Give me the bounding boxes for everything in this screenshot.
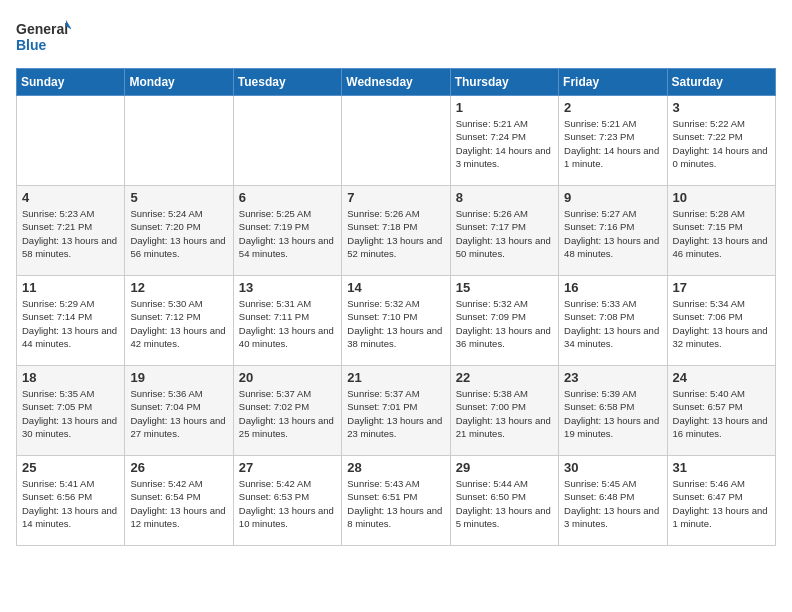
sunset: Sunset: 6:47 PM — [673, 491, 743, 502]
sunset: Sunset: 7:10 PM — [347, 311, 417, 322]
sunrise: Sunrise: 5:32 AM — [456, 298, 528, 309]
day-cell: 6 Sunrise: 5:25 AM Sunset: 7:19 PM Dayli… — [233, 186, 341, 276]
sunrise: Sunrise: 5:41 AM — [22, 478, 94, 489]
day-info: Sunrise: 5:24 AM Sunset: 7:20 PM Dayligh… — [130, 207, 227, 260]
day-number: 17 — [673, 280, 770, 295]
sunrise: Sunrise: 5:33 AM — [564, 298, 636, 309]
sunrise: Sunrise: 5:37 AM — [239, 388, 311, 399]
day-info: Sunrise: 5:33 AM Sunset: 7:08 PM Dayligh… — [564, 297, 661, 350]
sunrise: Sunrise: 5:27 AM — [564, 208, 636, 219]
day-cell: 30 Sunrise: 5:45 AM Sunset: 6:48 PM Dayl… — [559, 456, 667, 546]
sunrise: Sunrise: 5:36 AM — [130, 388, 202, 399]
day-number: 18 — [22, 370, 119, 385]
sunset: Sunset: 7:01 PM — [347, 401, 417, 412]
sunrise: Sunrise: 5:34 AM — [673, 298, 745, 309]
day-info: Sunrise: 5:22 AM Sunset: 7:22 PM Dayligh… — [673, 117, 770, 170]
day-info: Sunrise: 5:32 AM Sunset: 7:10 PM Dayligh… — [347, 297, 444, 350]
sunrise: Sunrise: 5:42 AM — [130, 478, 202, 489]
col-header-sunday: Sunday — [17, 69, 125, 96]
day-number: 27 — [239, 460, 336, 475]
sunrise: Sunrise: 5:45 AM — [564, 478, 636, 489]
daylight: Daylight: 13 hours and 27 minutes. — [130, 415, 225, 439]
day-info: Sunrise: 5:35 AM Sunset: 7:05 PM Dayligh… — [22, 387, 119, 440]
day-number: 9 — [564, 190, 661, 205]
sunset: Sunset: 7:11 PM — [239, 311, 309, 322]
sunrise: Sunrise: 5:26 AM — [456, 208, 528, 219]
week-row-4: 18 Sunrise: 5:35 AM Sunset: 7:05 PM Dayl… — [17, 366, 776, 456]
day-info: Sunrise: 5:40 AM Sunset: 6:57 PM Dayligh… — [673, 387, 770, 440]
daylight: Daylight: 14 hours and 1 minute. — [564, 145, 659, 169]
sunset: Sunset: 7:04 PM — [130, 401, 200, 412]
svg-text:Blue: Blue — [16, 37, 47, 53]
day-info: Sunrise: 5:31 AM Sunset: 7:11 PM Dayligh… — [239, 297, 336, 350]
sunset: Sunset: 7:20 PM — [130, 221, 200, 232]
day-info: Sunrise: 5:26 AM Sunset: 7:17 PM Dayligh… — [456, 207, 553, 260]
daylight: Daylight: 13 hours and 30 minutes. — [22, 415, 117, 439]
calendar-table: SundayMondayTuesdayWednesdayThursdayFrid… — [16, 68, 776, 546]
day-cell: 15 Sunrise: 5:32 AM Sunset: 7:09 PM Dayl… — [450, 276, 558, 366]
daylight: Daylight: 13 hours and 38 minutes. — [347, 325, 442, 349]
day-cell: 27 Sunrise: 5:42 AM Sunset: 6:53 PM Dayl… — [233, 456, 341, 546]
col-header-tuesday: Tuesday — [233, 69, 341, 96]
daylight: Daylight: 13 hours and 44 minutes. — [22, 325, 117, 349]
sunset: Sunset: 7:02 PM — [239, 401, 309, 412]
sunrise: Sunrise: 5:37 AM — [347, 388, 419, 399]
day-cell — [342, 96, 450, 186]
day-cell: 1 Sunrise: 5:21 AM Sunset: 7:24 PM Dayli… — [450, 96, 558, 186]
daylight: Daylight: 13 hours and 16 minutes. — [673, 415, 768, 439]
day-number: 2 — [564, 100, 661, 115]
day-number: 10 — [673, 190, 770, 205]
sunset: Sunset: 7:14 PM — [22, 311, 92, 322]
col-header-friday: Friday — [559, 69, 667, 96]
sunset: Sunset: 7:08 PM — [564, 311, 634, 322]
day-info: Sunrise: 5:36 AM Sunset: 7:04 PM Dayligh… — [130, 387, 227, 440]
sunset: Sunset: 6:53 PM — [239, 491, 309, 502]
day-info: Sunrise: 5:32 AM Sunset: 7:09 PM Dayligh… — [456, 297, 553, 350]
day-number: 12 — [130, 280, 227, 295]
day-info: Sunrise: 5:37 AM Sunset: 7:01 PM Dayligh… — [347, 387, 444, 440]
sunset: Sunset: 6:56 PM — [22, 491, 92, 502]
day-number: 20 — [239, 370, 336, 385]
day-info: Sunrise: 5:41 AM Sunset: 6:56 PM Dayligh… — [22, 477, 119, 530]
sunset: Sunset: 7:06 PM — [673, 311, 743, 322]
day-number: 22 — [456, 370, 553, 385]
day-info: Sunrise: 5:21 AM Sunset: 7:23 PM Dayligh… — [564, 117, 661, 170]
col-header-monday: Monday — [125, 69, 233, 96]
day-info: Sunrise: 5:25 AM Sunset: 7:19 PM Dayligh… — [239, 207, 336, 260]
daylight: Daylight: 13 hours and 1 minute. — [673, 505, 768, 529]
day-info: Sunrise: 5:30 AM Sunset: 7:12 PM Dayligh… — [130, 297, 227, 350]
sunrise: Sunrise: 5:42 AM — [239, 478, 311, 489]
sunset: Sunset: 7:19 PM — [239, 221, 309, 232]
daylight: Daylight: 13 hours and 10 minutes. — [239, 505, 334, 529]
day-info: Sunrise: 5:46 AM Sunset: 6:47 PM Dayligh… — [673, 477, 770, 530]
day-cell: 8 Sunrise: 5:26 AM Sunset: 7:17 PM Dayli… — [450, 186, 558, 276]
day-cell: 12 Sunrise: 5:30 AM Sunset: 7:12 PM Dayl… — [125, 276, 233, 366]
sunset: Sunset: 7:16 PM — [564, 221, 634, 232]
col-header-saturday: Saturday — [667, 69, 775, 96]
week-row-3: 11 Sunrise: 5:29 AM Sunset: 7:14 PM Dayl… — [17, 276, 776, 366]
sunset: Sunset: 7:23 PM — [564, 131, 634, 142]
sunset: Sunset: 6:54 PM — [130, 491, 200, 502]
daylight: Daylight: 13 hours and 58 minutes. — [22, 235, 117, 259]
sunset: Sunset: 6:48 PM — [564, 491, 634, 502]
header-row: SundayMondayTuesdayWednesdayThursdayFrid… — [17, 69, 776, 96]
day-info: Sunrise: 5:37 AM Sunset: 7:02 PM Dayligh… — [239, 387, 336, 440]
day-number: 16 — [564, 280, 661, 295]
day-number: 4 — [22, 190, 119, 205]
sunset: Sunset: 7:15 PM — [673, 221, 743, 232]
sunrise: Sunrise: 5:26 AM — [347, 208, 419, 219]
sunrise: Sunrise: 5:29 AM — [22, 298, 94, 309]
day-cell: 19 Sunrise: 5:36 AM Sunset: 7:04 PM Dayl… — [125, 366, 233, 456]
sunrise: Sunrise: 5:39 AM — [564, 388, 636, 399]
day-cell: 24 Sunrise: 5:40 AM Sunset: 6:57 PM Dayl… — [667, 366, 775, 456]
day-number: 13 — [239, 280, 336, 295]
day-info: Sunrise: 5:38 AM Sunset: 7:00 PM Dayligh… — [456, 387, 553, 440]
day-cell — [17, 96, 125, 186]
col-header-thursday: Thursday — [450, 69, 558, 96]
daylight: Daylight: 13 hours and 25 minutes. — [239, 415, 334, 439]
day-number: 21 — [347, 370, 444, 385]
svg-text:General: General — [16, 21, 68, 37]
day-cell: 2 Sunrise: 5:21 AM Sunset: 7:23 PM Dayli… — [559, 96, 667, 186]
sunrise: Sunrise: 5:44 AM — [456, 478, 528, 489]
day-info: Sunrise: 5:42 AM Sunset: 6:54 PM Dayligh… — [130, 477, 227, 530]
